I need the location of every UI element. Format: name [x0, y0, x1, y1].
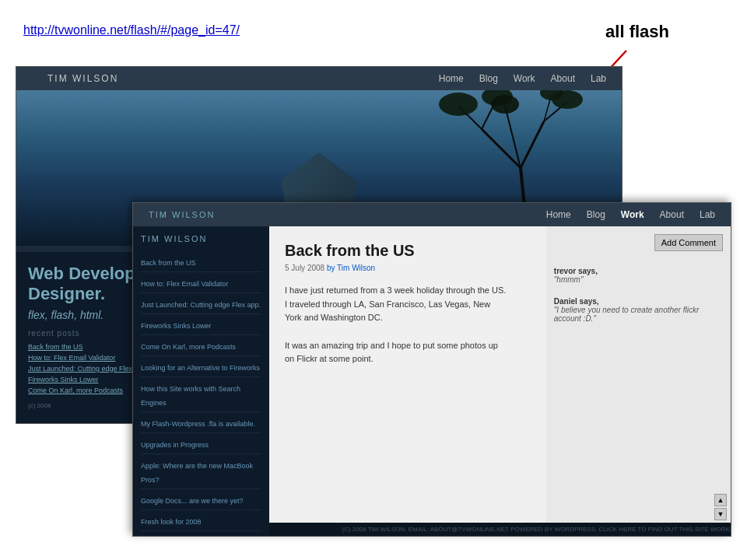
front-sidebar: TIM WILSON Back from the US How to: Flex… [133, 226, 269, 536]
front-post-item-7[interactable]: My Flash-Wordpress .fla is available. [141, 412, 261, 433]
front-main-area: Back from the US 5 July 2008 by Tim Wils… [269, 226, 731, 536]
comment-0-author: trevor says, [554, 267, 723, 275]
front-post-item-6[interactable]: How this Site works with Search Engines [141, 377, 261, 412]
add-comment-button[interactable]: Add Comment [654, 234, 723, 251]
front-post-list: Back from the US How to: Flex Email Vali… [141, 251, 261, 536]
comment-1-author: Daniel says, [554, 297, 723, 306]
front-nav-home[interactable]: Home [546, 209, 571, 220]
comment-1: Daniel says, "I believe you need to crea… [554, 293, 723, 323]
article-body-1: I have just returned from a 3 week holid… [285, 284, 507, 325]
comment-1-text: "I believe you need to create another fl… [554, 306, 723, 323]
article-title: Back from the US [285, 242, 507, 260]
front-post-item-12[interactable]: So, 2007... [141, 531, 261, 536]
front-post-item-9[interactable]: Apple: Where are the new MacBook Pros? [141, 454, 261, 489]
front-post-item-8[interactable]: Upgrades in Progress [141, 433, 261, 454]
front-site-title: TIM WILSON [149, 210, 215, 219]
front-comments-panel: Add Comment trevor says, "hmmm" Daniel s… [546, 226, 731, 536]
front-post-item-2[interactable]: Just Launched: Cutting edge Flex app. [141, 293, 261, 314]
article-meta: 5 July 2008 by Tim Wilson [285, 264, 507, 272]
url-link[interactable]: http://tvwonline.net/flash/#/page_id=47/ [23, 23, 240, 37]
comment-0-text: "hmmm" [554, 275, 723, 284]
front-browser-window: TIM WILSON Home Blog Work About Lab TIM … [132, 202, 731, 537]
svg-point-9 [439, 93, 478, 116]
front-sidebar-site-title: TIM WILSON [141, 234, 261, 243]
back-nav-lab[interactable]: Lab [591, 73, 606, 84]
front-nav-about[interactable]: About [660, 209, 684, 220]
svg-line-3 [521, 121, 544, 168]
svg-line-2 [482, 129, 521, 168]
comment-0: trevor says, "hmmm" [554, 263, 723, 284]
front-nav-work[interactable]: Work [621, 209, 644, 220]
back-nav-about[interactable]: About [551, 73, 575, 84]
svg-point-12 [491, 95, 519, 114]
front-nav-blog[interactable]: Blog [587, 209, 605, 220]
front-post-item-5[interactable]: Looking for an Alternative to Fireworks [141, 356, 261, 377]
back-nav-home[interactable]: Home [439, 73, 464, 84]
back-nav-work[interactable]: Work [514, 73, 535, 84]
front-post-item-10[interactable]: Google Docs... are we there yet? [141, 489, 261, 510]
front-post-item-4[interactable]: Come On Karl, more Podcasts [141, 335, 261, 356]
front-article: Back from the US 5 July 2008 by Tim Wils… [269, 226, 523, 382]
back-nav-bar: TIM WILSON Home Blog Work About Lab [16, 67, 622, 90]
article-body-2: It was an amazing trip and I hope to put… [285, 339, 507, 366]
front-post-item-3[interactable]: Fireworks Sinks Lower [141, 314, 261, 335]
front-post-item-11[interactable]: Fresh look for 2008 [141, 510, 261, 531]
front-footer: (C) 2008 TIM WILSON. EMAIL: ABOUT@TVWONL… [269, 523, 731, 536]
annotation-text: all flash [605, 22, 669, 42]
front-nav-bar: TIM WILSON Home Blog Work About Lab [133, 203, 731, 226]
scroll-down-button[interactable]: ▼ [714, 508, 727, 520]
front-nav-lab[interactable]: Lab [700, 209, 715, 220]
scroll-up-button[interactable]: ▲ [714, 494, 727, 506]
back-site-title: TIM WILSON [32, 67, 134, 90]
back-nav-blog[interactable]: Blog [479, 73, 498, 84]
front-post-item-1[interactable]: How to: Flex Email Validator [141, 272, 261, 293]
front-content-area: TIM WILSON Back from the US How to: Flex… [133, 226, 731, 536]
front-post-item-0[interactable]: Back from the US [141, 251, 261, 272]
scroll-buttons: ▲ ▼ [714, 494, 727, 520]
